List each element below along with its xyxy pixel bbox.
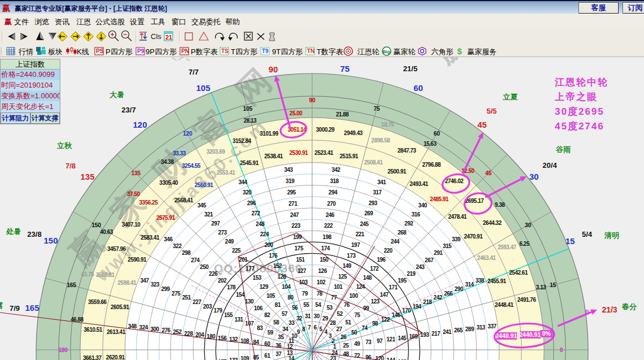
svg-text:274: 274 xyxy=(191,257,200,263)
svg-text:127: 127 xyxy=(297,268,306,274)
svg-text:83: 83 xyxy=(257,325,263,331)
svg-text:45度2746: 45度2746 xyxy=(555,120,604,132)
svg-text:2847.73: 2847.73 xyxy=(397,148,417,154)
svg-text:179: 179 xyxy=(213,307,222,314)
svg-text:249: 249 xyxy=(225,238,234,245)
svg-text:275: 275 xyxy=(172,290,181,297)
svg-text:313: 313 xyxy=(476,324,485,331)
svg-text:21/5: 21/5 xyxy=(403,64,417,73)
svg-text:白露: 白露 xyxy=(0,301,3,310)
svg-text:105: 105 xyxy=(266,293,275,299)
svg-text:PN: PN xyxy=(181,48,189,54)
svg-text:203: 203 xyxy=(203,303,212,310)
svg-text:146: 146 xyxy=(392,312,401,318)
svg-text:$: $ xyxy=(457,46,462,56)
svg-text:75: 75 xyxy=(340,64,350,73)
svg-text:266: 266 xyxy=(444,290,453,297)
svg-text:48: 48 xyxy=(343,351,349,357)
svg-text:144: 144 xyxy=(387,357,396,360)
svg-text:270: 270 xyxy=(327,201,336,207)
svg-text:77: 77 xyxy=(331,294,337,301)
svg-text:3610.51: 3610.51 xyxy=(84,327,103,333)
svg-text:2440.91: 2440.91 xyxy=(496,332,517,339)
svg-text:226: 226 xyxy=(209,271,218,277)
svg-text:Cls: Cls xyxy=(151,32,161,41)
svg-text:132: 132 xyxy=(229,336,238,342)
svg-text:9.38: 9.38 xyxy=(495,202,505,208)
svg-text:2568.41: 2568.41 xyxy=(174,197,194,203)
svg-text:105: 105 xyxy=(243,105,252,112)
svg-text:316: 316 xyxy=(411,211,420,218)
svg-text:3457.96: 3457.96 xyxy=(107,246,126,252)
svg-text:34: 34 xyxy=(282,326,288,332)
svg-text:252: 252 xyxy=(173,329,182,335)
svg-text:135: 135 xyxy=(80,172,94,181)
svg-text:2583.41: 2583.41 xyxy=(141,235,160,241)
svg-text:292: 292 xyxy=(405,220,414,227)
svg-text:56: 56 xyxy=(292,305,298,311)
svg-text:178: 178 xyxy=(227,284,236,290)
svg-text:61: 61 xyxy=(264,353,270,359)
svg-text:200: 200 xyxy=(265,242,274,248)
svg-text:2560.91: 2560.91 xyxy=(195,182,214,188)
svg-text:15: 15 xyxy=(550,281,557,288)
svg-text:2478.41: 2478.41 xyxy=(448,214,467,220)
svg-text:2455.91: 2455.91 xyxy=(488,278,507,284)
svg-text:78: 78 xyxy=(317,290,323,297)
svg-text:153: 153 xyxy=(253,275,262,281)
svg-text:12: 12 xyxy=(287,344,293,350)
svg-text:43.75: 43.75 xyxy=(81,271,94,277)
svg-text:3.13: 3.13 xyxy=(536,284,546,290)
svg-text:152: 152 xyxy=(273,263,282,269)
svg-text:295: 295 xyxy=(287,189,296,196)
svg-text:2440.91: 2440.91 xyxy=(519,331,541,338)
svg-text:0: 0 xyxy=(560,346,563,353)
svg-text:2949.43: 2949.43 xyxy=(344,130,363,136)
svg-text:124: 124 xyxy=(356,284,365,290)
svg-text:345: 345 xyxy=(198,202,207,209)
svg-text:23/8: 23/8 xyxy=(27,230,41,238)
svg-text:315: 315 xyxy=(443,243,452,249)
svg-text:85: 85 xyxy=(253,354,259,360)
svg-text:290: 290 xyxy=(454,286,463,292)
svg-text:30: 30 xyxy=(314,313,320,319)
svg-text:173: 173 xyxy=(347,253,356,259)
svg-text:14: 14 xyxy=(288,355,295,360)
svg-text:53: 53 xyxy=(327,305,333,311)
svg-text:108: 108 xyxy=(240,338,249,344)
svg-text:339: 339 xyxy=(452,236,461,242)
svg-text:TS: TS xyxy=(221,48,229,54)
svg-text:199: 199 xyxy=(293,234,302,240)
svg-text:3508.81: 3508.81 xyxy=(96,272,115,278)
svg-text:193: 193 xyxy=(420,332,430,338)
svg-text:294: 294 xyxy=(328,189,338,196)
svg-text:50: 50 xyxy=(351,329,357,336)
svg-text:2575.91: 2575.91 xyxy=(156,215,176,221)
svg-text:清明: 清明 xyxy=(604,231,619,240)
svg-text:3152.84: 3152.84 xyxy=(233,138,252,144)
svg-text:2523.41: 2523.41 xyxy=(314,150,334,156)
svg-text:2470.91: 2470.91 xyxy=(464,233,483,240)
svg-text:2598.41: 2598.41 xyxy=(117,280,137,286)
svg-text:317: 317 xyxy=(373,189,382,196)
svg-text:147: 147 xyxy=(380,292,389,298)
svg-text:343: 343 xyxy=(284,167,293,173)
svg-text:324: 324 xyxy=(139,324,148,331)
svg-text:156: 156 xyxy=(218,335,227,341)
svg-text:80: 80 xyxy=(288,294,294,301)
svg-text:2553.41: 2553.41 xyxy=(217,170,236,176)
svg-text:228: 228 xyxy=(184,331,193,337)
svg-text:194: 194 xyxy=(413,303,422,310)
svg-text:2644.32: 2644.32 xyxy=(483,220,502,226)
svg-text:344: 344 xyxy=(238,179,247,185)
svg-text:46.88: 46.88 xyxy=(71,316,84,323)
svg-text:谷雨: 谷雨 xyxy=(555,145,571,154)
svg-text:222: 222 xyxy=(324,223,333,229)
svg-text:24: 24 xyxy=(332,350,338,356)
svg-text:35: 35 xyxy=(278,334,284,340)
svg-text:150: 150 xyxy=(43,236,58,245)
svg-text:105: 105 xyxy=(196,83,210,93)
svg-text:220: 220 xyxy=(384,248,393,254)
svg-text:318: 318 xyxy=(330,178,339,184)
svg-text:60: 60 xyxy=(264,341,270,347)
